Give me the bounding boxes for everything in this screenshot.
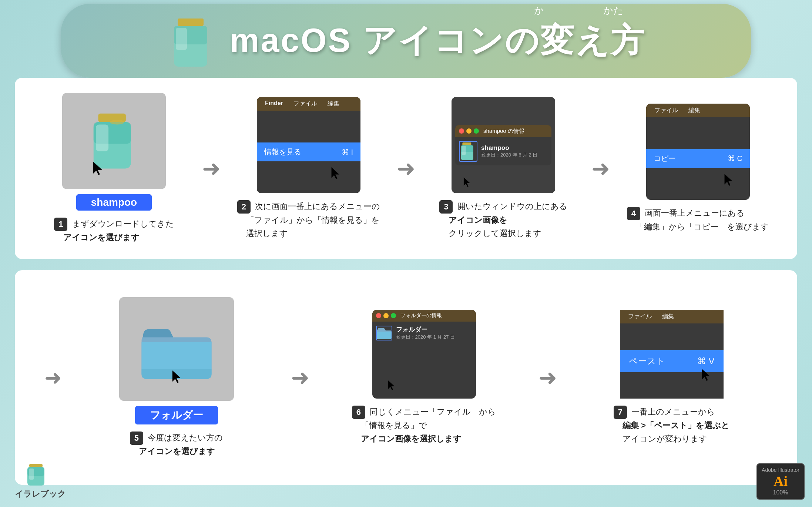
mac-menubar-step4: ファイル 編集 <box>646 104 750 117</box>
ai-logo: Ai <box>762 473 799 489</box>
svg-rect-7 <box>96 124 108 151</box>
arrow-3-4: ➜ <box>591 155 610 181</box>
step-7-description: 7 一番上のメニューから 編集 >「ペースト」を選ぶと アイコンが変わります <box>614 405 729 445</box>
svg-rect-0 <box>178 19 204 26</box>
ai-badge: Adobe Illustrator Ai 100% <box>756 463 805 500</box>
arrow-6-7: ➜ <box>538 365 557 390</box>
file-label-step2: ファイル <box>288 99 322 109</box>
cursor-step6 <box>387 379 397 393</box>
step-5-description: 5 今度は変えたい方の アイコンを選びます <box>130 431 223 458</box>
finder-label: Finder <box>260 99 288 109</box>
step-6-block: フォルダーの情報 フォルダー 変更日：2020 年 1 月 27 日 <box>313 310 535 445</box>
svg-marker-9 <box>93 162 102 175</box>
step-5-image <box>119 297 234 401</box>
svg-rect-3 <box>176 28 187 50</box>
bottom-panel: ➜ フォルダー 5 今度は変えたい方の <box>15 270 797 485</box>
file-label-step7: ファイル <box>623 312 657 322</box>
step-number-7: 7 <box>614 406 627 419</box>
mac-menubar-step7: ファイル 編集 <box>620 310 724 323</box>
step-4-block: ファイル 編集 コピー ⌘ C 4 画面一番上メニューにある 「編集」から「コピ… <box>614 104 782 233</box>
svg-rect-20 <box>29 464 43 467</box>
step-6-description: 6 同じくメニュー「ファイル」から 「情報を見る」で アイコン画像を選択します <box>352 405 496 445</box>
arrow-1-2: ➜ <box>202 155 221 181</box>
info-title-step6: フォルダーの情報 <box>400 312 442 319</box>
edit-label-step4: 編集 <box>683 105 705 115</box>
svg-marker-18 <box>388 380 394 390</box>
info-body-step3: shampoo 変更日：2020 年 6 月 2 日 <box>455 137 551 165</box>
bottom-logo: イラレブック <box>15 460 66 500</box>
step-1-block: shampoo 1 まずダウンロードしてきた アイコンを選びます <box>30 93 198 244</box>
title-text-wrapper: か かた macOS アイコンの変え方 <box>229 18 645 63</box>
step-2-image: Finder ファイル 編集 情報を見る ⌘ I <box>257 97 360 193</box>
info-window-title-step3: shampoo の情報 <box>483 128 524 135</box>
step-6-image: フォルダーの情報 フォルダー 変更日：2020 年 1 月 27 日 <box>372 310 476 399</box>
info-titlebar-step6: フォルダーの情報 <box>372 310 476 322</box>
svg-rect-14 <box>462 146 466 155</box>
info-file-details-step6: フォルダー 変更日：2020 年 1 月 27 日 <box>396 325 455 340</box>
ai-percent: 100% <box>773 489 788 496</box>
cursor-step7 <box>701 367 712 384</box>
step-3-image: shampoo の情報 shampoo 変更日：2020 年 6 月 2 日 <box>452 97 555 193</box>
svg-marker-16 <box>725 174 732 186</box>
step-number-2: 2 <box>237 200 251 214</box>
step-7-block: ファイル 編集 ペースト ⌘ V 7 一番上のメニューから 編集 >「ペースト」… <box>561 310 782 445</box>
edit-label-step2: 編集 <box>322 99 345 109</box>
traffic-yellow <box>466 128 472 134</box>
logo-text: イラレブック <box>15 488 66 500</box>
step-4-description: 4 画面一番上メニューにある 「編集」から「コピー」を選びます <box>627 207 769 233</box>
menu-content-step7: ペースト ⌘ V <box>620 323 724 399</box>
cursor-step2 <box>330 166 342 182</box>
step-2-block: Finder ファイル 編集 情報を見る ⌘ I 2 次に画面一番上にあるメニュ… <box>224 97 393 240</box>
ai-label: Adobe Illustrator <box>762 467 799 473</box>
cursor-step1 <box>92 160 105 178</box>
arrow-5-6: ➜ <box>291 365 309 390</box>
step-7-image: ファイル 編集 ペースト ⌘ V <box>620 310 724 399</box>
svg-marker-19 <box>702 369 709 381</box>
edit-label-step7: 編集 <box>657 312 679 322</box>
step-number-3: 3 <box>439 200 453 214</box>
furigana-ka: か <box>534 4 544 17</box>
tl-red-step6 <box>376 313 381 318</box>
arrow-2-3: ➜ <box>397 155 415 181</box>
title-shampoo-icon <box>167 11 218 70</box>
traffic-red <box>459 128 464 134</box>
step-number-4: 4 <box>627 207 640 220</box>
menu-content-step2: 情報を見る ⌘ I <box>257 111 360 193</box>
title-pill: か かた macOS アイコンの変え方 <box>61 4 752 78</box>
menu-item-step4: コピー ⌘ C <box>646 149 750 168</box>
logo-icon <box>27 460 53 486</box>
tl-green-step6 <box>391 313 396 318</box>
title-area: か かた macOS アイコンの変え方 <box>22 11 790 70</box>
step-2-description: 2 次に画面一番上にあるメニューの 「ファイル」から「情報を見る」を 選択します <box>237 200 380 240</box>
info-file-details-step3: shampoo 変更日：2020 年 6 月 2 日 <box>481 144 537 158</box>
step-1-description: 1 まずダウンロードしてきた アイコンを選びます <box>54 217 174 244</box>
svg-rect-11 <box>462 142 471 145</box>
menu-item-step2: 情報を見る ⌘ I <box>257 142 360 161</box>
step-number-6: 6 <box>352 406 365 419</box>
step-5-label: フォルダー <box>135 406 218 424</box>
shampoo-icon-info <box>459 141 477 162</box>
traffic-green <box>474 128 479 134</box>
cursor-step5 <box>171 369 184 386</box>
step-number-5: 5 <box>130 432 143 445</box>
step-3-block: shampoo の情報 shampoo 変更日：2020 年 6 月 2 日 <box>419 97 588 240</box>
folder-icon-info <box>376 326 392 340</box>
tl-yellow-step6 <box>383 313 389 318</box>
info-titlebar-step3: shampoo の情報 <box>455 125 551 137</box>
svg-marker-10 <box>332 167 339 179</box>
mac-menubar-step2: Finder ファイル 編集 <box>257 97 360 111</box>
top-panel: shampoo 1 まずダウンロードしてきた アイコンを選びます ➜ Finde… <box>15 78 797 259</box>
step-3-description: 3 開いたウィンドウの上にある アイコン画像を クリックして選択します <box>439 200 567 240</box>
step-number-1: 1 <box>54 218 67 231</box>
info-window-step3: shampoo の情報 shampoo 変更日：2020 年 6 月 2 日 <box>455 125 551 165</box>
step-4-image: ファイル 編集 コピー ⌘ C <box>646 104 750 200</box>
file-label-step4: ファイル <box>649 105 683 115</box>
step-1-label: shampoo <box>76 194 152 211</box>
arrow-start-bottom: ➜ <box>44 366 62 390</box>
furigana: か かた <box>534 4 623 17</box>
cursor-step4 <box>723 172 735 189</box>
svg-marker-17 <box>172 370 181 383</box>
step-5-block: フォルダー 5 今度は変えたい方の アイコンを選びます <box>66 297 287 458</box>
svg-point-8 <box>110 120 124 124</box>
step-1-image <box>62 93 166 189</box>
